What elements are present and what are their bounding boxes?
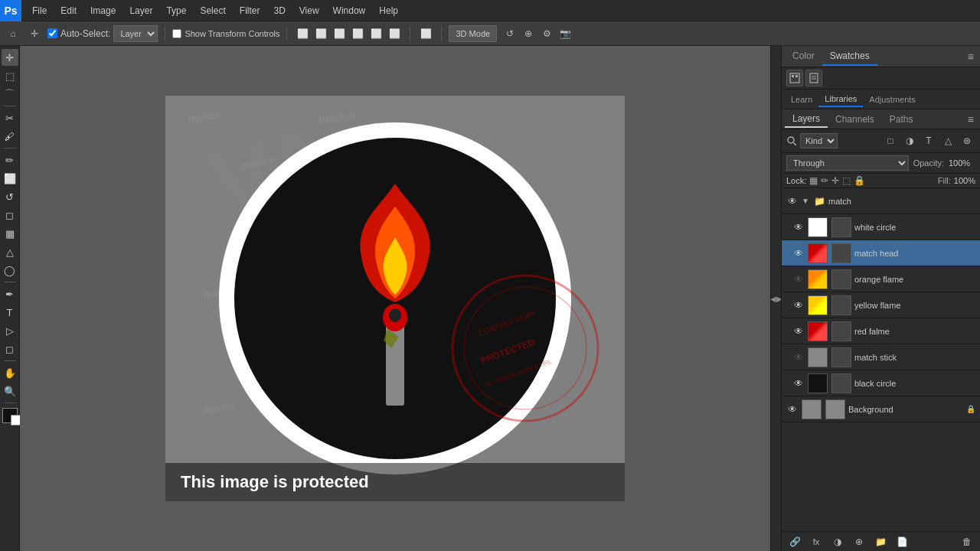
history-brush-tool[interactable]: ↺ (2, 188, 18, 205)
menu-select[interactable]: Select (194, 3, 231, 18)
layer-item-black-circle[interactable]: 👁 black circle (782, 370, 980, 396)
brush-tool[interactable]: ✏ (2, 152, 18, 168)
menu-filter[interactable]: Filter (234, 3, 266, 18)
gradient-tool[interactable]: ▦ (2, 225, 18, 242)
menu-edit[interactable]: Edit (54, 3, 83, 18)
eye-orange-flame[interactable]: 👁 (792, 273, 805, 285)
eye-match-stick[interactable]: 👁 (792, 351, 805, 364)
tab-layers[interactable]: Layers (785, 111, 828, 128)
eye-red-falme[interactable]: 👁 (792, 325, 805, 337)
eye-yellow-flame[interactable]: 👁 (792, 299, 805, 311)
3d-mode-button[interactable]: 3D Mode (449, 25, 497, 42)
eye-match-head[interactable]: 👁 (792, 247, 805, 259)
adjustment-layer-icon[interactable]: ⊕ (851, 533, 867, 550)
foreground-color[interactable] (2, 408, 18, 423)
shape-tool[interactable]: ◻ (2, 341, 18, 357)
fx-icon[interactable]: fx (808, 533, 825, 550)
eye-match[interactable]: 👁 (786, 195, 799, 207)
adj-layer-icon[interactable]: ◑ (901, 132, 918, 149)
layer-select[interactable]: Layer (113, 25, 158, 42)
menu-window[interactable]: Window (327, 3, 372, 18)
layer-item-red-falme[interactable]: 👁 red falme (782, 318, 980, 344)
rotate-icon[interactable]: ↺ (501, 25, 518, 42)
smart-obj-icon[interactable]: ⊛ (959, 132, 975, 149)
camera-icon[interactable]: 📷 (557, 25, 573, 42)
mask-match-head (831, 243, 851, 263)
eraser-tool[interactable]: ◻ (2, 207, 18, 223)
blur-tool[interactable]: △ (2, 243, 18, 260)
eye-black-circle[interactable]: 👁 (792, 377, 805, 390)
pixel-layer-icon[interactable]: □ (882, 132, 899, 149)
align-right-icon[interactable]: ⬜ (331, 25, 348, 42)
align-bottom-icon[interactable]: ⬜ (386, 25, 403, 42)
move-tool[interactable]: ✛ (2, 49, 18, 66)
path-selection-tool[interactable]: ▷ (2, 322, 18, 339)
tab-adjustments[interactable]: Adjustments (863, 93, 922, 106)
eyedropper-tool[interactable]: 🖋 (2, 128, 18, 145)
menu-image[interactable]: Image (84, 3, 122, 18)
type-layer-icon[interactable]: T (920, 132, 937, 149)
lock-all-icon[interactable]: 🔒 (854, 175, 865, 186)
selection-tool[interactable]: ⬚ (2, 67, 18, 84)
library-icon-btn[interactable] (786, 70, 803, 86)
zoom-in-icon[interactable]: ⊕ (520, 25, 537, 42)
move-icon[interactable]: ✛ (26, 25, 43, 42)
lasso-tool[interactable]: ⌒ (2, 86, 18, 103)
pen-tool[interactable]: ✒ (2, 285, 18, 302)
tab-swatches[interactable]: Swatches (822, 47, 877, 66)
align-center-h-icon[interactable]: ⬜ (312, 25, 329, 42)
layer-item-orange-flame[interactable]: 👁 orange flame (782, 266, 980, 292)
align-top-icon[interactable]: ⬜ (349, 25, 366, 42)
panel-collapse-handle[interactable]: ◀▶ (770, 46, 781, 551)
panel-options-icon[interactable]: ≡ (965, 51, 977, 63)
lock-artboard-icon[interactable]: ⬚ (842, 175, 851, 186)
lock-transparent-icon[interactable]: ▦ (809, 175, 818, 186)
add-mask-icon[interactable]: ◑ (829, 533, 846, 550)
layer-item-match[interactable]: 👁 ▼ 📁 match (782, 188, 980, 214)
auto-select-checkbox[interactable] (47, 28, 57, 38)
layers-options-icon[interactable]: ≡ (965, 113, 977, 126)
tab-learn[interactable]: Learn (785, 93, 818, 106)
layer-item-match-stick[interactable]: 👁 match stick (782, 344, 980, 370)
lock-position-icon[interactable]: ✛ (831, 175, 839, 186)
menu-file[interactable]: File (26, 3, 53, 18)
align-middle-v-icon[interactable]: ⬜ (368, 25, 384, 42)
expand-match[interactable]: ▼ (802, 197, 811, 205)
shape-layer-icon[interactable]: △ (939, 132, 956, 149)
tab-channels[interactable]: Channels (828, 112, 882, 127)
new-layer-icon[interactable]: 📄 (893, 533, 910, 550)
tab-paths[interactable]: Paths (882, 112, 921, 127)
hand-tool[interactable]: ✋ (2, 364, 18, 381)
menu-view[interactable]: View (293, 3, 325, 18)
layer-item-match-head[interactable]: 👁 match head (782, 240, 980, 266)
dodge-tool[interactable]: ◯ (2, 262, 18, 279)
opacity-value: 100% (949, 158, 975, 168)
home-icon[interactable]: ⌂ (5, 25, 21, 42)
menu-type[interactable]: Type (160, 3, 192, 18)
delete-layer-icon[interactable]: 🗑 (959, 533, 975, 550)
layer-item-white-circle[interactable]: 👁 white circle (782, 214, 980, 240)
tab-color[interactable]: Color (785, 47, 822, 66)
show-transform-checkbox[interactable] (172, 29, 181, 38)
stamp-tool[interactable]: ⬜ (2, 170, 18, 187)
distribute-icon[interactable]: ⬜ (417, 25, 434, 42)
menu-help[interactable]: Help (373, 3, 404, 18)
layer-item-background[interactable]: 👁 Background 🔒 (782, 396, 980, 422)
eye-background[interactable]: 👁 (786, 403, 799, 416)
text-tool[interactable]: T (2, 304, 18, 321)
blend-mode-select[interactable]: Through (786, 155, 909, 171)
layer-item-yellow-flame[interactable]: 👁 yellow flame (782, 292, 980, 318)
add-link-icon[interactable]: 🔗 (786, 533, 803, 550)
secondary-panel-btn[interactable] (805, 70, 822, 86)
crop-tool[interactable]: ✂ (2, 109, 18, 126)
tab-libraries[interactable]: Libraries (818, 92, 863, 107)
settings-icon[interactable]: ⚙ (538, 25, 555, 42)
menu-3d[interactable]: 3D (267, 3, 291, 18)
new-group-icon[interactable]: 📁 (872, 533, 889, 550)
align-left-icon[interactable]: ⬜ (294, 25, 311, 42)
lock-image-icon[interactable]: ✏ (821, 175, 828, 186)
menu-layer[interactable]: Layer (123, 3, 158, 18)
eye-white-circle[interactable]: 👁 (792, 221, 805, 233)
kind-select[interactable]: Kind (800, 133, 838, 148)
zoom-tool[interactable]: 🔍 (2, 383, 18, 399)
